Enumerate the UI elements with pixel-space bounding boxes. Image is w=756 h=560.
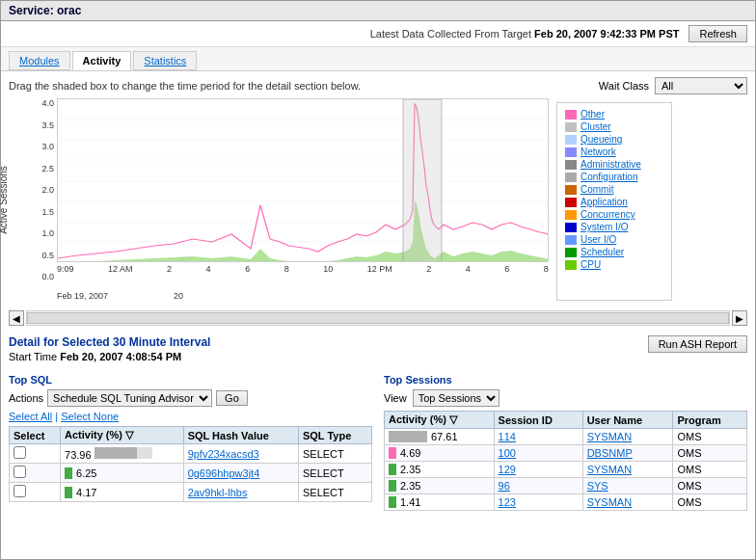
tab-activity[interactable]: Activity [72,51,132,70]
srow3-indicator [389,464,396,475]
row1-sqlhash-link[interactable]: 9pfv234xacsd3 [188,448,259,460]
view-select[interactable]: Top Sessions [413,389,500,407]
srow2-sessionid: 100 [494,445,582,462]
y-val-1: 1.0 [26,228,54,238]
srow1-sessionid-link[interactable]: 114 [499,431,516,442]
srow5-indicator [389,496,396,508]
x-label-8: 2 [426,264,431,291]
tab-statistics[interactable]: Statistics [133,51,197,70]
legend-label-other: Other [580,109,605,120]
tabs-bar: Modules Activity Statistics [1,47,755,71]
row2-select[interactable] [10,464,61,483]
actions-select[interactable]: Schedule SQL Tuning Advisor [47,389,212,407]
srow5-sessionid-link[interactable]: 123 [499,496,516,508]
scroll-thumb[interactable] [27,312,729,324]
chart-header: Drag the shaded box to change the time p… [9,77,747,94]
legend-item-network[interactable]: Network [565,147,663,157]
chart-section: Drag the shaded box to change the time p… [1,71,755,307]
legend-label-cpu: CPU [580,259,601,270]
top-bar: Latest Data Collected From Target Feb 20… [1,21,755,47]
row2-sqlhash-link[interactable]: 0g696hhpw3jt4 [188,467,260,479]
legend-label-concurrency: Concurrency [580,209,635,220]
legend-color-concurrency [565,210,577,220]
srow2-username-link[interactable]: DBSNMP [587,447,633,459]
legend-label-scheduler: Scheduler [580,247,624,257]
legend-item-commit[interactable]: Commit [565,184,663,195]
srow1-username-link[interactable]: SYSMAN [587,431,632,442]
srow4-activity: 2.35 [385,478,495,494]
legend-item-systemio[interactable]: System I/O [565,222,663,232]
legend-item-scheduler[interactable]: Scheduler [565,247,663,257]
scroll-track[interactable] [26,310,730,326]
srow5-username: SYSMAN [582,494,673,511]
wait-class-select[interactable]: All Other Cluster Queueing Network Admin… [655,77,747,94]
y-val-4: 4.0 [26,98,54,108]
x-label-6: 10 [323,264,333,291]
start-time-value: Feb 20, 2007 4:08:54 PM [60,351,181,362]
latest-data-label: Latest Data Collected From Target Feb 20… [370,28,680,40]
detail-section: Detail for Selected 30 Minute Interval S… [1,330,755,517]
legend-color-network [565,147,577,157]
x-label-0: 9:09 [57,264,74,291]
detail-content: Top SQL Actions Schedule SQL Tuning Advi… [9,374,747,511]
legend-label-queueing: Queueing [580,134,622,145]
legend-item-concurrency[interactable]: Concurrency [565,209,663,220]
detail-subtitle: Start Time Feb 20, 2007 4:08:54 PM [9,351,210,362]
legend-label-cluster: Cluster [580,121,611,132]
x-label-2: 2 [167,264,172,291]
go-button[interactable]: Go [216,390,248,406]
row1-sqltype: SELECT [298,444,371,464]
srow3-activity: 2.35 [385,462,495,478]
srow4-sessionid-link[interactable]: 96 [499,480,510,492]
col-activity[interactable]: Activity (%) ▽ [61,427,184,444]
tab-modules[interactable]: Modules [9,51,70,70]
scol-username: User Name [582,412,673,429]
row1-checkbox[interactable] [14,446,26,459]
y-val-05: 0.5 [26,251,54,260]
srow4-username-link[interactable]: SYS [587,480,608,492]
row3-sqlhash-link[interactable]: 2av9hkl-lhbs [188,487,248,498]
legend-label-userio: User I/O [580,234,616,245]
chart-plot[interactable] [57,98,549,262]
row2-checkbox[interactable] [14,466,26,478]
legend-color-application [565,198,577,207]
legend-color-administrative [565,160,577,170]
legend-item-other[interactable]: Other [565,109,663,120]
svg-rect-8 [403,99,442,261]
srow5-program: OMS [673,494,747,511]
legend-item-application[interactable]: Application [565,197,663,207]
row3-select[interactable] [10,483,61,502]
srow5-username-link[interactable]: SYSMAN [587,496,632,508]
page-title: Service: orac [9,4,81,17]
select-none-link[interactable]: Select None [61,411,119,422]
row2-sqltype: SELECT [298,464,371,483]
latest-data-value: Feb 20, 2007 9:42:33 PM PST [534,28,679,40]
legend-item-queueing[interactable]: Queueing [565,134,663,145]
refresh-button[interactable]: Refresh [688,25,747,42]
table-row: 4.69 100 DBSNMP OMS [385,445,747,462]
legend-item-configuration[interactable]: Configuration [565,172,663,182]
table-row: 2.35 129 SYSMAN OMS [385,462,747,478]
srow3-sessionid-link[interactable]: 129 [499,464,516,475]
x-label-10: 6 [504,264,509,291]
scroll-left-btn[interactable]: ◀ [9,310,24,326]
row1-select[interactable] [10,444,61,464]
srow4-username: SYS [582,478,673,494]
svg-marker-7 [58,200,548,261]
select-all-link[interactable]: Select All [9,411,52,422]
scol-activity[interactable]: Activity (%) ▽ [385,412,495,429]
run-ash-button[interactable]: Run ASH Report [648,335,747,353]
row3-checkbox[interactable] [14,485,26,497]
row3-color-indicator [65,487,72,498]
srow3-username-link[interactable]: SYSMAN [587,464,632,475]
legend-item-cpu[interactable]: CPU [565,259,663,270]
srow2-sessionid-link[interactable]: 100 [499,447,516,459]
y-val-3: 3.0 [26,142,54,151]
legend-item-userio[interactable]: User I/O [565,234,663,245]
scroll-right-btn[interactable]: ▶ [732,310,747,326]
col-select: Select [10,427,61,444]
legend-item-cluster[interactable]: Cluster [565,121,663,132]
y-val-15: 1.5 [26,207,54,217]
legend-label-systemio: System I/O [580,222,628,232]
legend-item-administrative[interactable]: Administrative [565,159,663,170]
